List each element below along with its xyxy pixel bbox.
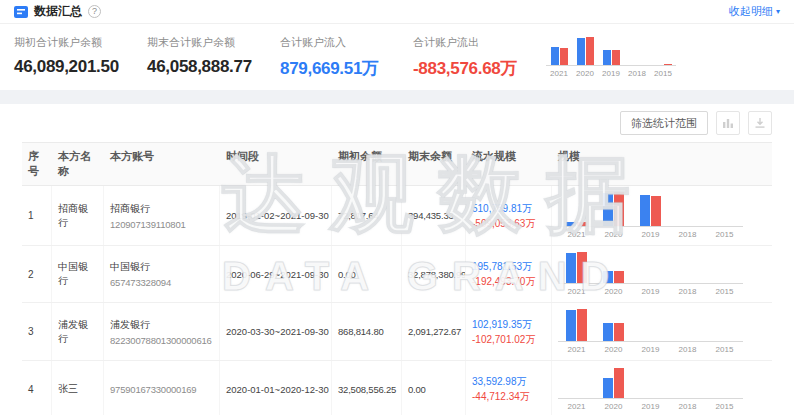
stat-total-outflow: 合计账户流出 -883,576.68万 [413,35,546,80]
year-label: 2018 [669,342,706,354]
row-flow-scale: 33,592.98万 -44,712.34万 [466,361,552,415]
chart-x-labels: 20212020201920182015 [558,227,743,239]
year-label: 2019 [632,342,669,354]
chart-bars [558,368,743,399]
inflow-bar [603,378,613,398]
inflow-bar [603,50,611,65]
year-label: 2021 [558,342,595,354]
stat-opening-total: 期初合计账户余额 46,089,201.50 [14,35,147,80]
outflow-bar [577,222,587,226]
col-header-opening: 期初余额 [332,143,402,185]
row-account: 97590167330000169 [104,361,220,415]
row-ending-balance: 394,435.33 [402,186,466,245]
account-number: 97590167330000169 [110,384,213,395]
chart-bars [558,252,743,284]
help-icon[interactable]: ? [88,5,101,18]
row-period: 2020-03-30~2021-09-30 [220,303,332,360]
chart-x-labels: 20212020201920182015 [558,342,743,354]
row-opening-balance: 0.00 [332,246,402,302]
filter-range-button[interactable]: 筛选统计范围 [620,111,708,135]
year-bar-group [558,222,595,226]
mini-bar-chart: 20212020201920182015 [558,252,764,296]
chart-bars [546,37,676,66]
inflow-value: 33,592.98万 [472,376,527,387]
year-label: 2015 [706,399,743,411]
row-opening-balance: 32,508,556.25 [332,361,402,415]
year-bar-group [650,64,676,65]
year-label: 2019 [632,227,669,239]
col-header-flow: 流水规模 [466,143,552,185]
mini-bar-chart: 20212020201920182015 [558,309,764,354]
row-name: 招商银行 [52,186,104,245]
flow-values: 510,739.81万 -509,053.63万 [472,201,545,231]
data-summary-icon [14,6,28,18]
inflow-bar [640,195,650,226]
stat-ending-total: 期末合计账户余额 46,058,888.77 [147,35,280,80]
table-row: 3浦发银行浦发银行822300788013000006162020-03-30~… [22,303,772,361]
inflow-bar [566,222,576,226]
download-icon[interactable] [748,111,772,135]
year-bar-group [595,323,632,341]
stats-row: 期初合计账户余额 46,089,201.50 期末合计账户余额 46,058,8… [0,24,794,90]
year-label: 2020 [595,227,632,239]
row-ending-balance: 32,878,380.99 [402,246,466,302]
outflow-bar [577,252,587,283]
summary-card: 数据汇总 ? 收起明细 ▾ 期初合计账户余额 46,089,201.50 期末合… [0,0,794,90]
stat-label: 期初合计账户余额 [14,35,147,50]
stat-value: 46,058,888.77 [147,57,280,77]
year-label: 2021 [558,284,595,296]
inflow-bar [603,323,613,341]
row-scale-chart-cell: 20212020201920182015 [552,303,770,360]
outflow-bar [614,271,624,283]
year-label: 2015 [706,342,743,354]
col-header-account: 本方账号 [104,143,220,185]
year-label: 2015 [706,227,743,239]
chart-x-labels: 20212020201920182015 [558,284,743,296]
stat-label: 合计账户流出 [413,35,546,50]
title-bar: 数据汇总 ? 收起明细 ▾ [0,0,794,24]
inflow-value: 510,739.81万 [472,203,532,214]
table-row: 2中国银行中国银行6574733280942020-06-29~2021-09-… [22,246,772,303]
outflow-bar [577,309,587,341]
outflow-bar [651,196,661,226]
year-label: 2019 [598,66,624,78]
row-index: 4 [22,361,52,415]
chart-view-icon[interactable] [716,111,740,135]
year-bar-group [572,37,598,65]
year-label: 2021 [558,399,595,411]
row-period: 2020-06-29~2021-09-30 [220,246,332,302]
row-scale-chart-cell: 20212020201920182015 [552,186,770,245]
row-name: 张三 [52,361,104,415]
outflow-value: -102,701.02万 [472,334,535,345]
outflow-bar [612,50,620,65]
inflow-bar [566,253,576,283]
chevron-down-icon: ▾ [776,7,780,16]
flow-values: 102,919.35万 -102,701.02万 [472,317,545,347]
accounts-table: 序号 本方名称 本方账号 时间段 期初余额 期末余额 流水规模 规模 1招商银行… [22,142,772,415]
page-title: 数据汇总 [34,3,82,20]
summary-flow-chart: 20212020201920182015 [546,35,676,80]
row-index: 2 [22,246,52,302]
chart-bars [558,192,743,227]
table-body: 1招商银行招商银行1209071391108012019-01-02~2021-… [22,186,772,415]
year-bar-group [546,47,572,65]
outflow-value: -44,712.34万 [472,391,530,402]
outflow-bar [614,368,624,398]
year-bar-group [595,271,632,283]
year-label: 2021 [546,66,572,78]
collapse-detail-link[interactable]: 收起明细 ▾ [729,4,780,19]
col-header-period: 时间段 [220,143,332,185]
outflow-value: -192,493.70万 [472,276,535,287]
account-number: 120907139110801 [110,219,213,230]
row-ending-balance: 0.00 [402,361,466,415]
year-label: 2019 [632,284,669,296]
account-bank-name: 浦发银行 [110,318,213,332]
year-bar-group [558,309,595,341]
year-label: 2020 [595,284,632,296]
account-bank-name: 中国银行 [110,260,213,274]
flow-values: 195,781.53万 -192,493.70万 [472,259,545,289]
row-flow-scale: 102,919.35万 -102,701.02万 [466,303,552,360]
year-label: 2020 [595,399,632,411]
stat-value: 46,089,201.50 [14,57,147,77]
mini-bar-chart: 20212020201920182015 [558,192,764,239]
